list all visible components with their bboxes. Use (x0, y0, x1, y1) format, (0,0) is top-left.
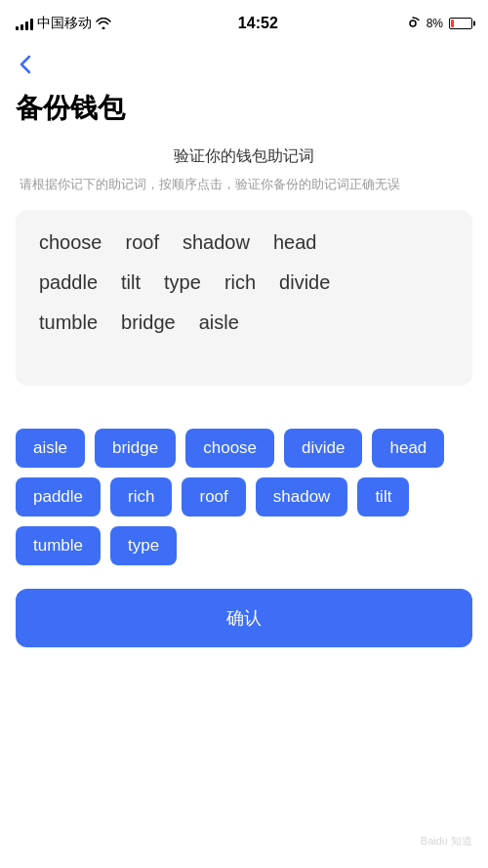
battery-icon (449, 18, 472, 29)
verify-desc: 请根据你记下的助记词，按顺序点击，验证你备份的助记词正确无误 (16, 175, 472, 194)
word-paddle: paddle (31, 269, 105, 296)
word-display-area: choose roof shadow head paddle tilt type… (16, 210, 472, 386)
back-button[interactable] (0, 43, 488, 82)
word-bridge: bridge (113, 310, 183, 336)
word-btn-choose[interactable]: choose (185, 429, 274, 468)
carrier-label: 中国移动 (37, 15, 92, 32)
word-row-3: tumble bridge aisle (31, 310, 457, 336)
back-arrow-icon (16, 55, 35, 74)
word-btn-aisle[interactable]: aisle (16, 429, 85, 468)
status-right: 8% (405, 16, 472, 31)
word-btn-tilt[interactable]: tilt (357, 477, 409, 517)
word-btn-head[interactable]: head (372, 429, 444, 468)
word-tumble: tumble (31, 310, 105, 336)
word-btn-divide[interactable]: divide (284, 429, 362, 468)
status-time: 14:52 (238, 15, 278, 32)
verify-title: 验证你的钱包助记词 (16, 146, 472, 167)
confirm-area: 确认 (0, 589, 488, 647)
word-choose: choose (31, 229, 110, 256)
wifi-icon (96, 18, 111, 29)
word-btn-roof[interactable]: roof (182, 477, 245, 517)
word-btn-rich[interactable]: rich (110, 477, 172, 517)
battery-percent: 8% (427, 17, 443, 30)
svg-point-0 (410, 21, 416, 26)
word-tilt: tilt (113, 269, 148, 296)
word-type: type (156, 269, 209, 296)
word-row-1: choose roof shadow head (31, 229, 457, 256)
watermark: Baidu 知道 (421, 834, 472, 848)
word-head: head (265, 229, 325, 256)
word-divide: divide (271, 269, 338, 296)
signal-icon (16, 17, 33, 30)
status-bar: 中国移动 14:52 8% (0, 0, 488, 43)
word-btn-paddle[interactable]: paddle (16, 477, 101, 517)
word-shadow: shadow (175, 229, 258, 256)
word-row-2: paddle tilt type rich divide (31, 269, 457, 296)
word-btn-type[interactable]: type (110, 526, 177, 565)
word-roof: roof (118, 229, 167, 256)
confirm-button[interactable]: 确认 (16, 589, 472, 647)
word-btn-tumble[interactable]: tumble (16, 526, 101, 565)
word-aisle: aisle (191, 310, 247, 336)
verify-section: 验证你的钱包助记词 请根据你记下的助记词，按顺序点击，验证你备份的助记词正确无误… (0, 146, 488, 429)
word-btn-bridge[interactable]: bridge (95, 429, 176, 468)
status-left: 中国移动 (16, 15, 111, 32)
word-buttons-area: aisle bridge choose divide head paddle r… (0, 429, 488, 565)
word-rich: rich (217, 269, 264, 296)
hotspot-icon (405, 16, 421, 31)
word-btn-shadow[interactable]: shadow (256, 477, 348, 517)
page-title: 备份钱包 (0, 82, 488, 146)
